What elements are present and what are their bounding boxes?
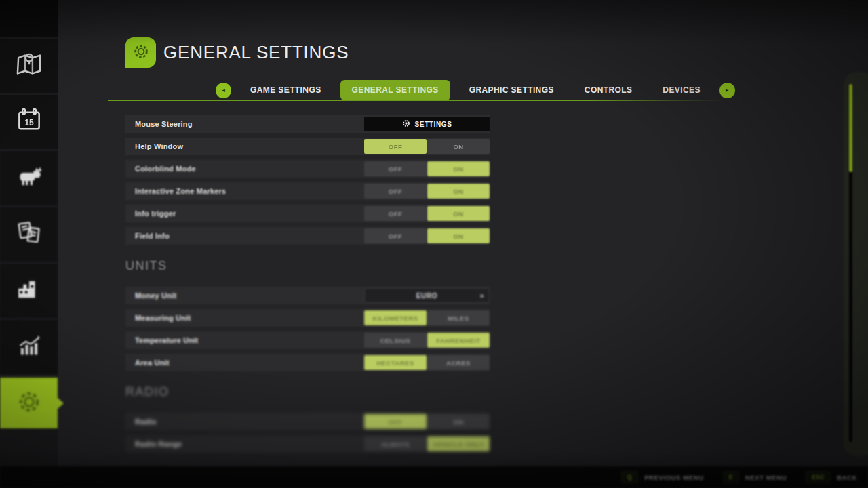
setting-row-measuring-unit[interactable]: Measuring Unit KILOMETERS MILES — [125, 309, 490, 327]
tabs-next-button[interactable]: ▸ — [719, 83, 735, 98]
sidebar-item-statistics[interactable] — [0, 320, 58, 374]
setting-label: Colorblind Mode — [135, 165, 196, 173]
dropdown-arrow-icon: ▸ — [481, 292, 484, 299]
setting-label: Area Unit — [135, 359, 170, 367]
sidebar-item-production[interactable] — [0, 264, 58, 318]
sidebar-item-animals[interactable] — [0, 151, 58, 205]
toggle-fahrenheit[interactable]: FAHRENHEIT — [427, 333, 490, 348]
units-group: Money Unit EURO ▸ Measuring Unit KILOMET… — [125, 287, 490, 376]
setting-row-area-unit[interactable]: Area Unit HECTARES ACRES — [125, 354, 490, 371]
toggle-acres[interactable]: ACRES — [427, 355, 490, 370]
chart-icon — [14, 331, 44, 363]
factory-icon — [14, 274, 44, 307]
sidebar-item-general-settings[interactable] — [0, 378, 58, 428]
hint-previous-menu[interactable]: Q PREVIOUS MENU — [621, 471, 704, 483]
toggle-vehicle-only[interactable]: VEHICLE ONLY — [427, 436, 490, 451]
setting-row-radio[interactable]: Radio OFF ON — [125, 413, 490, 430]
setting-label: Help Window — [135, 142, 183, 150]
toggle-off[interactable]: OFF — [364, 139, 427, 154]
sidebar-item-map[interactable] — [0, 39, 58, 93]
setting-label: Radio — [135, 418, 157, 426]
scrollbar-thumb[interactable] — [849, 84, 852, 172]
page-icon-badge — [125, 37, 156, 68]
key-badge: E — [723, 471, 739, 483]
tabs-prev-button[interactable]: ◂ — [216, 83, 231, 98]
setting-label: Info trigger — [135, 209, 176, 218]
cow-icon — [14, 162, 44, 195]
sidebar: 15 — [0, 0, 58, 488]
tab-devices[interactable]: DEVICES — [651, 80, 711, 100]
tab-graphic-settings[interactable]: GRAPHIC SETTINGS — [458, 80, 566, 100]
key-badge-esc: ESC — [806, 471, 831, 483]
documents-icon — [14, 218, 44, 251]
setting-label: Mouse Steering — [135, 120, 193, 128]
calendar-day: 15 — [24, 118, 34, 127]
setting-label: Money Unit — [135, 291, 176, 300]
gear-icon — [131, 41, 151, 64]
settings-group-top: Mouse Steering SETTINGS Help Window OFF … — [125, 115, 490, 160]
toggle-on[interactable]: ON — [427, 139, 490, 154]
map-icon — [14, 49, 44, 82]
section-heading-units: UNITS — [125, 259, 167, 273]
toggle-off[interactable]: OFF — [364, 184, 427, 199]
gear-icon — [14, 387, 44, 420]
toggle-off[interactable]: OFF — [364, 206, 427, 221]
tab-game-settings[interactable]: GAME SETTINGS — [239, 80, 333, 100]
toggle-off[interactable]: OFF — [364, 228, 427, 243]
scrollbar — [844, 72, 868, 457]
mouse-steering-settings-button[interactable]: SETTINGS — [364, 117, 490, 131]
settings-group-mid: Colorblind Mode OFF ON Interactive Zone … — [125, 160, 490, 249]
sidebar-spacer — [0, 0, 58, 37]
toggle-kilometers[interactable]: KILOMETERS — [364, 310, 427, 325]
key-badge: Q — [621, 471, 638, 483]
toggle-on[interactable]: ON — [427, 228, 490, 243]
setting-row-temperature-unit[interactable]: Temperature Unit CELSIUS FAHRENHEIT — [125, 331, 490, 349]
setting-label: Temperature Unit — [135, 336, 198, 344]
setting-row-radio-range[interactable]: Radio Range ALWAYS VEHICLE ONLY — [125, 435, 490, 453]
calendar-icon: 15 — [14, 106, 44, 138]
tab-controls[interactable]: CONTROLS — [573, 80, 644, 100]
setting-row-help-window[interactable]: Help Window OFF ON — [125, 138, 490, 155]
chevron-right-icon: ▸ — [726, 87, 729, 94]
toggle-always[interactable]: ALWAYS — [364, 436, 427, 451]
tab-underline — [108, 100, 724, 101]
toggle-off[interactable]: OFF — [364, 161, 427, 176]
footer-bar: Q PREVIOUS MENU E NEXT MENU ESC BACK — [0, 466, 868, 488]
toggle-off[interactable]: OFF — [364, 414, 427, 429]
gear-icon — [402, 119, 410, 129]
radio-group: Radio OFF ON Radio Range ALWAYS VEHICLE … — [125, 413, 490, 458]
toggle-miles[interactable]: MILES — [427, 310, 490, 325]
money-unit-dropdown[interactable]: EURO ▸ — [364, 288, 490, 303]
hint-back[interactable]: ESC BACK — [806, 471, 857, 483]
tab-bar: ◂ GAME SETTINGS GENERAL SETTINGS GRAPHIC… — [216, 80, 735, 100]
toggle-on[interactable]: ON — [427, 414, 490, 429]
setting-label: Field Info — [135, 232, 170, 240]
setting-row-info-trigger[interactable]: Info trigger OFF ON — [125, 205, 490, 222]
setting-row-money-unit[interactable]: Money Unit EURO ▸ — [125, 287, 490, 304]
general-settings-screen: 15 — [0, 0, 868, 488]
sidebar-item-calendar[interactable]: 15 — [0, 95, 58, 149]
page-title: GENERAL SETTINGS — [163, 37, 349, 68]
setting-label: Radio Range — [135, 440, 182, 448]
hint-next-menu[interactable]: E NEXT MENU — [723, 471, 787, 483]
setting-row-field-info[interactable]: Field Info OFF ON — [125, 227, 490, 245]
toggle-hectares[interactable]: HECTARES — [364, 355, 427, 370]
setting-label: Measuring Unit — [135, 314, 191, 322]
chevron-left-icon: ◂ — [222, 87, 225, 94]
tab-general-settings[interactable]: GENERAL SETTINGS — [340, 80, 450, 100]
toggle-on[interactable]: ON — [427, 184, 490, 199]
toggle-celsius[interactable]: CELSIUS — [364, 333, 427, 348]
toggle-on[interactable]: ON — [427, 206, 490, 221]
setting-label: Interactive Zone Markers — [135, 187, 226, 195]
toggle-on[interactable]: ON — [427, 161, 490, 176]
setting-row-colorblind-mode[interactable]: Colorblind Mode OFF ON — [125, 160, 490, 178]
setting-row-interactive-zone-markers[interactable]: Interactive Zone Markers OFF ON — [125, 182, 490, 200]
dropdown-value: EURO — [416, 292, 437, 300]
setting-row-mouse-steering[interactable]: Mouse Steering SETTINGS — [125, 115, 490, 133]
sidebar-item-contracts[interactable] — [0, 207, 58, 262]
section-heading-radio: RADIO — [125, 385, 170, 399]
